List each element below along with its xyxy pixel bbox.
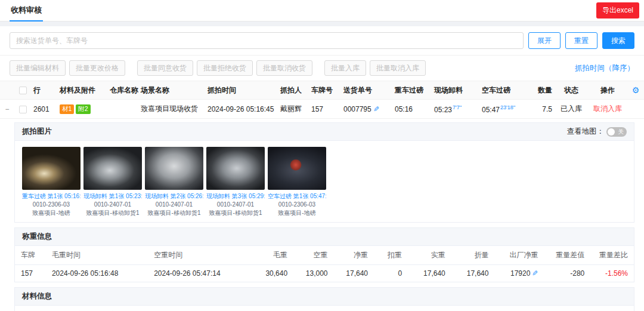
row-select-cell [14, 101, 31, 116]
main-card: 展开 重置 搜索 批量编辑材料 批量更改价格 批量同意收货 批量拒绝收货 批量取… [0, 26, 644, 311]
col-status: 状态 [555, 82, 588, 98]
col-unload: 现场卸料 [432, 82, 479, 98]
weigh-gross: 30,640 [250, 265, 293, 282]
weigh-factory-net: 17920✎ [494, 265, 544, 282]
batch-cancel-receive-button[interactable]: 批量取消收货 [256, 60, 312, 76]
weigh-data-row: 157 2024-09-26 05:16:48 2024-09-26 05:47… [15, 265, 634, 282]
weigh-col-gross: 毛重 [250, 246, 293, 265]
search-row: 展开 重置 搜索 [0, 26, 644, 56]
weigh-empty-time: 2024-09-26 05:47:14 [148, 265, 250, 282]
reset-button[interactable]: 重置 [565, 32, 597, 49]
weigh-converted: 17,640 [451, 265, 495, 282]
photo-device: 0010-2407-01 [206, 201, 265, 209]
photo-caption: 现场卸料 第1张 05:23:55 [83, 192, 142, 201]
expander-header [0, 87, 14, 93]
weigh-col-empty: 空重 [293, 246, 333, 265]
col-capturer: 抓拍人 [278, 82, 309, 98]
col-warehouse: 仓库名称 [107, 82, 138, 98]
capture-photo-unload-3[interactable] [206, 147, 265, 190]
col-plate: 车牌号 [309, 82, 341, 98]
row-unload: 05:237'7'' [432, 101, 479, 117]
cancel-inbound-link[interactable]: 取消入库 [588, 101, 627, 117]
table-row: − 2601 材1附2 致嘉项目现场收货 2024-09-26 05:16:45… [0, 100, 644, 119]
weigh-col-net: 净重 [334, 246, 374, 265]
edit-delivery-no-icon[interactable]: ✎ [373, 105, 379, 113]
empty-weigh-duration: 23'18'' [500, 104, 515, 110]
batch-edit-material-button[interactable]: 批量编辑材料 [10, 60, 66, 76]
photo-location: 致嘉项目-地磅 [268, 209, 326, 217]
photo-location: 致嘉项目-移动卸货1 [83, 209, 142, 217]
expand-button[interactable]: 展开 [528, 32, 561, 49]
capture-photos-header: 抓拍图片 查看地图： 关 [15, 123, 634, 141]
weigh-actual: 17,640 [408, 265, 451, 282]
weigh-deduct: 0 [374, 265, 408, 282]
photo-card[interactable]: 现场卸料 第1张 05:23:55 0010-2407-01 致嘉项目-移动卸货… [83, 147, 142, 217]
edit-factory-net-icon[interactable]: ✎ [532, 269, 538, 278]
weigh-gross-time: 2024-09-26 05:16:48 [46, 265, 148, 282]
row-empty-weigh: 05:4723'18'' [479, 101, 530, 117]
switch-state-label: 关 [618, 128, 624, 136]
row-badges: 材1附2 [57, 101, 107, 117]
search-button[interactable]: 搜索 [602, 32, 634, 49]
col-empty-weigh: 空车过磅 [479, 82, 530, 98]
photo-device: 0010-2306-03 [268, 201, 326, 209]
status-badge: 已入库 [555, 101, 588, 117]
photo-card[interactable]: 重车过磅 第1张 05:16:47 0010-2306-03 致嘉项目-地磅 [22, 147, 80, 217]
factory-net-value: 17920 [510, 269, 530, 278]
map-toggle-label: 查看地图： [567, 127, 605, 137]
weigh-diff-ratio: -1.56% [590, 265, 634, 282]
row-quantity: 7.5 [530, 102, 555, 116]
empty-weigh-time: 05:47 [482, 106, 500, 114]
material-info-section: 材料信息 使用部位：B-1厂房6～13轴交A～B轴筏板基础✎ 行 合同 名称 规… [14, 287, 634, 311]
switch-knob-icon [608, 128, 615, 136]
weigh-col-empty-time: 空重时间 [148, 246, 250, 265]
weigh-info-header: 称重信息 [15, 228, 634, 246]
photo-caption: 现场卸料 第3张 05:29:54 [206, 192, 265, 201]
row-heavy-weigh: 05:16 [392, 102, 432, 116]
attachment-badge[interactable]: 附2 [76, 104, 90, 114]
weigh-col-plate: 车牌 [15, 246, 46, 265]
capture-photo-empty-weigh[interactable] [268, 147, 326, 190]
unload-time: 05:23 [434, 106, 452, 114]
col-material: 材料及附件 [57, 82, 107, 98]
photo-card[interactable]: 空车过磅 第1张 05:47:11 0010-2306-03 致嘉项目-地磅 [268, 147, 326, 217]
collapse-row-toggle[interactable]: − [0, 102, 14, 116]
batch-cancel-inbound-button[interactable]: 批量取消入库 [370, 60, 426, 76]
weigh-col-diff-ratio: 重量差比 [590, 246, 634, 265]
row-checkbox[interactable] [19, 106, 27, 113]
photo-strip: 重车过磅 第1张 05:16:47 0010-2306-03 致嘉项目-地磅 现… [15, 141, 634, 222]
page-title[interactable]: 收料审核 [10, 0, 43, 21]
capture-photo-unload-2[interactable] [145, 147, 203, 190]
batch-inbound-button[interactable]: 批量入库 [324, 60, 366, 76]
table-header-row: 行 材料及附件 仓库名称 场景名称 抓拍时间 抓拍人 车牌号 送货单号 重车过磅… [0, 81, 644, 100]
capture-photo-heavy-weigh[interactable] [22, 147, 80, 190]
batch-reject-button[interactable]: 批量拒绝收货 [197, 60, 253, 76]
photo-card[interactable]: 现场卸料 第2张 05:26:54 0010-2407-01 致嘉项目-移动卸货… [145, 147, 203, 217]
col-operation: 操作 [588, 82, 627, 98]
select-all-checkbox[interactable] [19, 87, 27, 94]
export-excel-button[interactable]: 导出excel [596, 2, 639, 19]
weigh-col-diff: 重量差值 [544, 246, 590, 265]
col-heavy-weigh: 重车过磅 [392, 82, 432, 98]
capture-photo-unload-1[interactable] [83, 147, 142, 190]
map-toggle-wrap: 查看地图： 关 [567, 127, 627, 137]
map-toggle-switch[interactable]: 关 [606, 127, 627, 137]
search-input[interactable] [10, 32, 524, 49]
sort-order-link[interactable]: 抓拍时间（降序） [575, 63, 634, 73]
batch-change-price-button[interactable]: 批量更改价格 [69, 60, 125, 76]
weigh-col-factory-net: 出厂净重 [494, 246, 544, 265]
material-info-title: 材料信息 [22, 291, 52, 301]
photo-device: 0010-2306-03 [22, 201, 80, 209]
batch-accept-button[interactable]: 批量同意收货 [137, 60, 193, 76]
usage-line: 使用部位：B-1厂房6～13轴交A～B轴筏板基础✎ [15, 306, 634, 311]
gear-icon[interactable]: ⚙ [632, 85, 640, 95]
photo-card[interactable]: 现场卸料 第3张 05:29:54 0010-2407-01 致嘉项目-移动卸货… [206, 147, 265, 217]
weigh-table: 车牌 毛重时间 空重时间 毛重 空重 净重 扣重 实重 折量 出厂净重 重量差值… [15, 246, 634, 282]
material-badge[interactable]: 材1 [60, 104, 74, 114]
photo-location: 致嘉项目-移动卸货1 [206, 209, 265, 217]
unload-duration: 7'7'' [453, 104, 462, 110]
weigh-col-gross-time: 毛重时间 [46, 246, 148, 265]
capture-photos-section: 抓拍图片 查看地图： 关 重车过磅 第1张 05:16:47 0010-2306… [14, 122, 634, 223]
photo-caption: 现场卸料 第2张 05:26:54 [145, 192, 203, 201]
weigh-col-converted: 折量 [451, 246, 495, 265]
